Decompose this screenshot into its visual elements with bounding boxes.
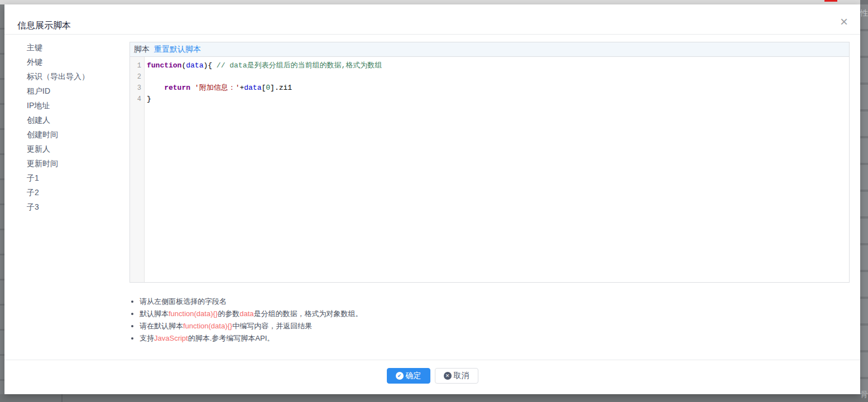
field-item[interactable]: 标识（导出导入）: [27, 69, 130, 84]
field-item[interactable]: 租户ID: [27, 84, 130, 98]
note-item: 默认脚本function(data){}的参数data是分组的数据，格式为对象数…: [140, 308, 850, 320]
check-circle-icon: ✔: [396, 372, 404, 380]
field-item[interactable]: 创建人: [27, 113, 130, 127]
modal-header: 信息展示脚本 ×: [4, 4, 860, 35]
modal-title: 信息展示脚本: [17, 20, 71, 32]
editor-column: 脚本重置默认脚本 1234 function(data){ // data是列表…: [130, 35, 850, 360]
editor-label: 脚本: [134, 45, 150, 54]
line-number-gutter: 1234: [130, 57, 145, 282]
line-number: 3: [130, 83, 144, 94]
background-top-strip: [0, 0, 868, 4]
background-divider: [61, 394, 63, 402]
background-text-fragment: 骨: [860, 390, 868, 400]
confirm-button[interactable]: ✔确定: [387, 368, 430, 384]
note-item: 支持JavaScript的脚本.参考编写脚本API。: [140, 332, 850, 345]
field-item[interactable]: 更新人: [27, 142, 130, 156]
cancel-button-label: 取消: [454, 371, 469, 381]
background-corner: [860, 0, 868, 4]
field-item[interactable]: 外键: [27, 55, 130, 69]
field-item[interactable]: 子1: [27, 171, 130, 185]
notes-list: 请从左侧面板选择的字段名默认脚本function(data){}的参数data是…: [140, 296, 850, 345]
field-item[interactable]: 更新时间: [27, 156, 130, 171]
code-line: [147, 71, 849, 83]
background-text-fragment: 性: [860, 8, 868, 18]
line-number: 2: [130, 71, 144, 83]
code-line: }: [147, 94, 849, 105]
note-item: 请从左侧面板选择的字段名: [140, 296, 850, 308]
field-item[interactable]: 创建时间: [27, 127, 130, 142]
background-red-accent: [824, 0, 837, 2]
field-item[interactable]: 子3: [27, 200, 130, 214]
script-editor-panel: 脚本重置默认脚本 1234 function(data){ // data是列表…: [130, 42, 850, 283]
field-item[interactable]: 主键: [27, 40, 130, 55]
editor-header: 脚本重置默认脚本: [130, 42, 849, 57]
code-editor[interactable]: 1234 function(data){ // data是列表分组后的当前组的数…: [130, 57, 849, 282]
close-icon[interactable]: ×: [840, 16, 848, 28]
background-left-strip: [0, 4, 4, 402]
script-modal: 信息展示脚本 × 主键外键标识（导出导入）租户IDIP地址创建人创建时间更新人更…: [4, 4, 860, 394]
code-line: return '附加信息：'+data[0].zi1: [147, 83, 849, 94]
close-circle-icon: ✕: [444, 372, 452, 380]
line-number: 4: [130, 94, 144, 105]
note-item: 请在默认脚本function(data){}中编写内容，并返回结果: [140, 320, 850, 332]
modal-footer: ✔确定 ✕取消: [4, 360, 860, 394]
field-list: 主键外键标识（导出导入）租户IDIP地址创建人创建时间更新人更新时间子1子2子3: [27, 35, 130, 360]
code-line: function(data){ // data是列表分组后的当前组的数据,格式为…: [147, 60, 849, 71]
line-number: 1: [130, 60, 144, 71]
reset-default-script-link[interactable]: 重置默认脚本: [154, 45, 201, 54]
confirm-button-label: 确定: [406, 371, 421, 381]
modal-content: 主键外键标识（导出导入）租户IDIP地址创建人创建时间更新人更新时间子1子2子3…: [4, 35, 860, 360]
field-item[interactable]: IP地址: [27, 98, 130, 113]
field-item[interactable]: 子2: [27, 185, 130, 200]
cancel-button[interactable]: ✕取消: [435, 368, 478, 384]
background-right-strip: [860, 4, 868, 402]
background-bottom-strip: [0, 394, 868, 402]
code-area[interactable]: function(data){ // data是列表分组后的当前组的数据,格式为…: [145, 57, 849, 282]
